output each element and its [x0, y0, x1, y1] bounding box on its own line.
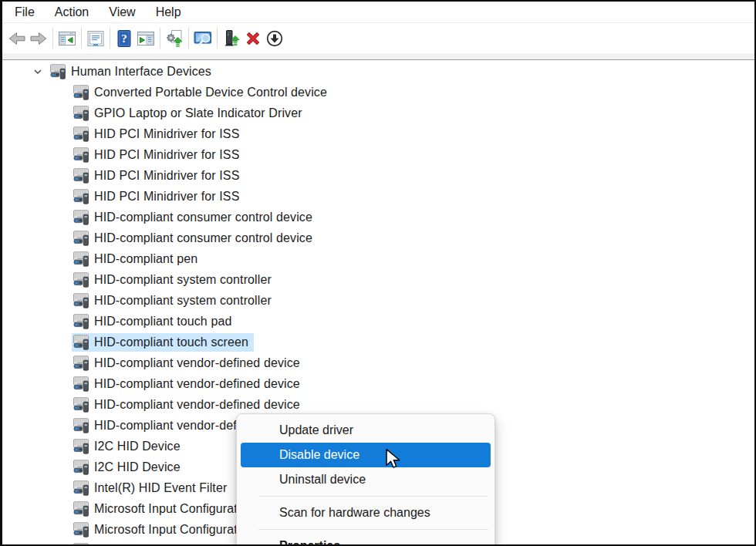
tree-row[interactable]: Converted Portable Device Control device — [2, 82, 754, 103]
console-tree-icon — [58, 29, 76, 48]
context-menu-item-label: Disable device — [279, 448, 359, 462]
hid-device-icon — [73, 501, 89, 517]
menu-view[interactable]: View — [99, 3, 145, 22]
properties-button[interactable] — [85, 28, 106, 49]
tree-row-label: Human Interface Devices — [71, 65, 211, 79]
tree-row[interactable]: HID PCI Minidriver for ISS — [2, 165, 754, 186]
context-menu-item[interactable]: Uninstall device — [237, 467, 494, 492]
context-menu-item[interactable]: Properties — [237, 534, 494, 546]
context-menu-separator — [258, 529, 488, 530]
uninstall-device-button[interactable] — [242, 28, 264, 49]
tree-row[interactable]: GPIO Laptop or Slate Indicator Driver — [2, 103, 754, 123]
tree-row-label: HID PCI Minidriver for ISS — [94, 127, 239, 141]
gear-page-up-arrow-icon — [165, 29, 184, 48]
context-menu-item[interactable]: Update driver — [237, 418, 494, 443]
toolbar-separator — [188, 28, 189, 49]
hid-device-icon — [73, 293, 89, 308]
hid-device-icon — [73, 335, 89, 350]
scan-hardware-changes-button[interactable] — [192, 28, 214, 49]
back-button[interactable] — [6, 28, 28, 49]
menu-bar: File Action View Help — [2, 2, 754, 23]
update-driver-button[interactable] — [221, 28, 242, 49]
toolbar-separator — [217, 28, 218, 49]
hid-device-icon — [73, 522, 89, 538]
tree-row-label: HID-compliant system controller — [94, 294, 272, 308]
hid-device-icon — [73, 439, 89, 454]
hid-device-icon — [50, 64, 66, 79]
update-driver-software-button[interactable] — [164, 28, 185, 49]
tree-row-label: HID-compliant touch screen — [94, 335, 248, 349]
tree-row[interactable]: HID-compliant system controller — [2, 290, 754, 311]
tree-row-label: HID-compliant consumer control device — [94, 231, 312, 245]
show-console-tree-button[interactable] — [56, 28, 78, 49]
action-pane-icon — [137, 29, 155, 48]
tree-row[interactable]: HID-compliant consumer control device — [2, 228, 754, 248]
properties-window-icon — [86, 29, 105, 48]
red-x-icon — [244, 29, 262, 48]
tree-row[interactable]: HID-compliant pen — [2, 248, 754, 269]
tree-row-label: Converted Portable Device Control device — [94, 86, 327, 99]
hid-device-icon — [73, 231, 89, 246]
tree-row-label: HID-compliant pen — [94, 252, 197, 266]
device-tree: Human Interface Devices — [2, 61, 754, 545]
tree-row[interactable]: HID-compliant touch screen — [2, 332, 754, 352]
tree-row-label: HID PCI Minidriver for ISS — [94, 190, 239, 204]
hid-device-icon — [73, 126, 89, 142]
tree-row-label: GPIO Laptop or Slate Indicator Driver — [94, 106, 302, 120]
circle-down-arrow-icon — [265, 29, 284, 48]
hid-device-icon — [73, 314, 89, 329]
hid-device-icon — [73, 251, 89, 267]
context-menu: Update driver Disable device Uninstall d… — [236, 413, 495, 546]
tree-row[interactable]: HID-compliant vendor-defined device — [2, 394, 754, 415]
tree-row[interactable]: HID-compliant system controller — [2, 269, 754, 290]
tree-row[interactable]: HID-compliant consumer control device — [2, 207, 754, 228]
tree-row-label: HID-compliant consumer control device — [94, 211, 312, 224]
tree-row[interactable]: HID PCI Minidriver for ISS — [2, 123, 754, 144]
menu-file[interactable]: File — [5, 3, 45, 22]
tree-row-label: HID-compliant vendor-defined device — [94, 356, 300, 370]
tree-row-label: HID-compliant touch pad — [94, 315, 231, 329]
tree-row-label: HID PCI Minidriver for ISS — [94, 148, 239, 162]
hid-device-icon — [73, 168, 89, 184]
hid-device-icon — [73, 210, 89, 225]
help-button[interactable]: ? — [113, 28, 135, 49]
show-action-pane-button[interactable] — [135, 28, 157, 49]
toolbar: ? — [2, 23, 754, 53]
tree-row[interactable]: HID PCI Minidriver for ISS — [2, 144, 754, 165]
tree-row-label: I2C HID Device — [94, 440, 181, 453]
monitor-magnifier-icon — [194, 29, 212, 48]
menu-help[interactable]: Help — [146, 3, 191, 22]
context-menu-item-label: Uninstall device — [279, 473, 366, 487]
hid-device-icon — [73, 480, 89, 496]
tree-row-label: HID PCI Minidriver for ISS — [94, 169, 239, 183]
toolbar-separator — [110, 28, 110, 49]
hid-device-icon — [73, 189, 89, 204]
context-menu-item-label: Properties — [279, 539, 340, 546]
forward-arrow-icon — [29, 29, 48, 48]
tree-row[interactable]: HID-compliant touch pad — [2, 311, 754, 332]
chevron-down-icon[interactable] — [32, 66, 44, 78]
toolbar-separator — [52, 28, 53, 49]
disable-device-button[interactable] — [264, 28, 285, 49]
tree-row[interactable]: HID-compliant vendor-defined device — [2, 373, 754, 394]
device-up-arrow-icon — [222, 29, 241, 48]
tree-row-label: I2C HID Device — [94, 460, 181, 474]
context-menu-item[interactable]: Disable device — [241, 443, 491, 467]
context-menu-item[interactable]: Scan for hardware changes — [237, 501, 494, 525]
toolbar-bottom-strip — [2, 53, 754, 60]
tree-row-label: Intel(R) HID Event Filter — [94, 481, 227, 495]
context-menu-item-label: Scan for hardware changes — [279, 506, 430, 520]
tree-row[interactable]: HID PCI Minidriver for ISS — [2, 186, 754, 207]
hid-device-icon — [73, 418, 89, 433]
toolbar-separator — [81, 28, 82, 49]
hid-device-icon — [73, 543, 89, 546]
menu-action[interactable]: Action — [45, 3, 99, 22]
tree-row[interactable]: HID-compliant vendor-defined device — [2, 352, 754, 373]
tree-row-human-interface-devices[interactable]: Human Interface Devices — [2, 61, 754, 82]
toolbar-separator — [160, 28, 160, 49]
hid-device-icon — [73, 376, 89, 392]
hid-device-icon — [73, 460, 89, 475]
hid-device-icon — [73, 356, 89, 371]
tree-row-label: HID-compliant vendor-defined device — [94, 398, 300, 412]
forward-button[interactable] — [28, 28, 49, 49]
